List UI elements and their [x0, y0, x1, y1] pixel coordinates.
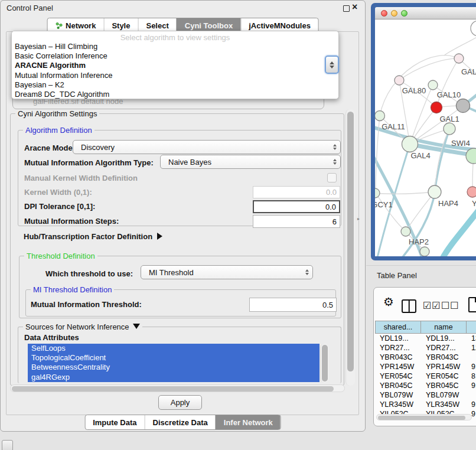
- table-cell: 9.: [467, 381, 476, 390]
- attribute-item-betweennesscentrality[interactable]: BetweennessCentrality: [28, 363, 319, 372]
- mi-threshold-field[interactable]: 0.5: [249, 298, 337, 312]
- algorithm-combo-spinner[interactable]: [325, 56, 339, 74]
- network-window-titlebar[interactable]: [375, 7, 476, 19]
- table-column-header-name[interactable]: name: [421, 321, 467, 334]
- table-row[interactable]: YPR145WYPR145W9.: [375, 362, 476, 371]
- table-row[interactable]: YDR27...YDR27...12: [375, 343, 476, 353]
- network-node[interactable]: [457, 99, 470, 113]
- minimize-traffic-light[interactable]: [391, 10, 397, 17]
- data-attributes-label: Data Attributes: [24, 333, 79, 342]
- dpi-tolerance-field[interactable]: 0.0: [253, 200, 340, 213]
- close-traffic-light[interactable]: [381, 10, 387, 17]
- network-node[interactable]: [402, 136, 418, 152]
- expanded-arrow-icon: [133, 324, 140, 329]
- table-cell: YDL19...: [421, 334, 467, 343]
- minimized-panel-icon[interactable]: [2, 440, 13, 450]
- settings-vertical-scrollbar[interactable]: [345, 109, 355, 386]
- table-column-header-shared[interactable]: shared...: [375, 321, 421, 334]
- network-node[interactable]: [395, 76, 404, 85]
- table-cell: YER054C: [375, 372, 421, 380]
- network-view-window[interactable]: GAL80GAL10GAL1GAL11GAL4SWI4GCY1HAP4HAP2G…: [371, 3, 476, 260]
- combo-arrows-icon: [333, 144, 337, 150]
- splitter-collapse-icon[interactable]: ▸: [357, 216, 360, 221]
- algorithm-option-aracne-algorithm[interactable]: ARACNE Algorithm: [12, 61, 338, 70]
- table-row[interactable]: YER054CYER054C8.: [375, 371, 476, 381]
- tab-label: Select: [146, 21, 168, 30]
- algorithm-definition-title: Algorithm Definition: [23, 126, 94, 135]
- sources-toggle[interactable]: Sources for Network Inference: [23, 322, 142, 331]
- table-horizontal-scrollbar[interactable]: [376, 414, 472, 420]
- algorithm-option-bayesian-hill-climbing[interactable]: Bayesian – Hill Climbing: [12, 42, 338, 51]
- network-node[interactable]: [401, 227, 410, 236]
- table-cell: YBR043C: [421, 353, 467, 361]
- algorithm-option-bayesian-k2[interactable]: Bayesian – K2: [12, 80, 338, 90]
- cyni-algorithm-settings-group: Cyni Algorithm Settings Algorithm Defini…: [10, 113, 344, 386]
- network-canvas[interactable]: GAL80GAL10GAL1GAL11GAL4SWI4GCY1HAP4HAP2G…: [375, 19, 476, 256]
- which-threshold-combo[interactable]: MI Threshold: [141, 265, 313, 279]
- algorithm-dropdown[interactable]: Select algorithm to view settings Bayesi…: [11, 31, 339, 99]
- network-edge: [376, 192, 435, 194]
- export-table-icon[interactable]: [468, 297, 476, 312]
- table-cell: YLR345W: [421, 400, 467, 409]
- attr-list-scrollbar[interactable]: [320, 344, 329, 383]
- algorithm-option-dream8-dc-tdc-algorithm[interactable]: Dream8 DC_TDC Algorithm: [12, 90, 338, 99]
- network-node[interactable]: [444, 123, 455, 135]
- network-node[interactable]: [471, 21, 476, 36]
- data-attributes-list[interactable]: SelfLoopsTopologicalCoefficientBetweenne…: [28, 344, 319, 383]
- table-row[interactable]: YDL19...YDL19...13: [375, 334, 476, 343]
- apply-button[interactable]: Apply: [158, 395, 202, 410]
- split-columns-icon[interactable]: [402, 299, 416, 313]
- spinner-down-icon: [330, 66, 334, 69]
- network-node[interactable]: [467, 187, 476, 197]
- algorithm-option-mutual-information-inference[interactable]: Mutual Information Inference: [12, 71, 338, 80]
- table-cell: YBR045C: [421, 381, 467, 390]
- network-node[interactable]: [375, 188, 380, 198]
- which-threshold-value: MI Threshold: [149, 268, 194, 277]
- attribute-item-selfloops[interactable]: SelfLoops: [28, 344, 319, 353]
- table-cell: YBR043C: [375, 353, 421, 361]
- manual-kernel-checkbox[interactable]: [327, 173, 337, 182]
- network-node-label: HAP2: [409, 237, 429, 246]
- collapsed-arrow-icon: [157, 233, 162, 240]
- bottom-tab-impute-data[interactable]: Impute Data: [85, 415, 144, 429]
- network-node[interactable]: [431, 102, 442, 113]
- sources-group: Sources for Network Inference Data Attri…: [18, 327, 341, 383]
- control-panel-title: Control Panel: [6, 4, 53, 12]
- kernel-width-label: Kernel Width (0,1):: [24, 188, 92, 197]
- kernel-width-field[interactable]: 0.0: [253, 186, 340, 198]
- checked-columns-icon[interactable]: ☑☑: [423, 300, 441, 311]
- network-node[interactable]: [375, 111, 385, 121]
- table-row[interactable]: YBR045CYBR045C9.: [375, 381, 476, 390]
- table-cell: YDR27...: [421, 344, 467, 352]
- close-icon[interactable]: ×: [352, 2, 357, 12]
- table-row[interactable]: YLR345WYLR345W9.: [375, 400, 476, 409]
- bottom-tab-discretize-data[interactable]: Discretize Data: [145, 415, 216, 429]
- network-node[interactable]: [428, 80, 438, 90]
- algorithm-option-basic-correlation-inference[interactable]: Basic Correlation Inference: [12, 51, 338, 61]
- aracne-mode-label: Aracne Mode:: [24, 144, 75, 152]
- network-node[interactable]: [420, 247, 429, 256]
- bottom-tab-infer-network[interactable]: Infer Network: [216, 415, 281, 429]
- settings-horizontal-scrollbar[interactable]: [10, 384, 345, 392]
- mi-steps-field[interactable]: 6: [253, 215, 340, 228]
- table-column-header-cut[interactable]: [467, 321, 476, 334]
- network-node[interactable]: [428, 185, 441, 198]
- network-edge: [442, 209, 476, 256]
- attribute-item-gal4rgexp[interactable]: gal4RGexp: [28, 373, 319, 382]
- network-node-label: HAP4: [438, 199, 458, 208]
- table-row[interactable]: YBR043CYBR043C: [375, 353, 476, 362]
- zoom-traffic-light[interactable]: [401, 10, 407, 17]
- aracne-mode-combo[interactable]: Discovery: [73, 140, 341, 154]
- cyni-algorithm-settings-title: Cyni Algorithm Settings: [15, 109, 99, 118]
- network-edge: [444, 37, 476, 56]
- hub-definition-toggle[interactable]: Hub/Transcription Factor Definition: [24, 232, 162, 241]
- attribute-item-topologicalcoefficient[interactable]: TopologicalCoefficient: [28, 353, 319, 363]
- network-node-label: SWI4: [451, 139, 470, 148]
- float-window-icon[interactable]: [343, 5, 350, 12]
- table-row[interactable]: YBL079WYBL079W: [375, 390, 476, 400]
- network-node[interactable]: [454, 54, 464, 63]
- mi-threshold-label: Mutual Information Threshold:: [31, 300, 142, 309]
- unchecked-columns-icon[interactable]: ☐☐: [441, 300, 459, 311]
- mi-type-combo[interactable]: Naive Bayes: [160, 155, 341, 169]
- gear-icon[interactable]: ⚙: [383, 295, 394, 309]
